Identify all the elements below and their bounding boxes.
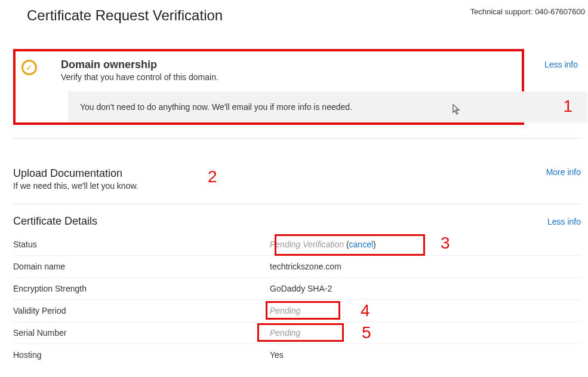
annotation-5: 5 [362, 323, 371, 342]
annotation-2: 2 [208, 167, 217, 186]
domain-note-text: You don't need to do anything now. We'll… [80, 102, 352, 112]
upload-toggle-link[interactable]: More info [546, 167, 581, 177]
certificate-details-title: Certificate Details [13, 215, 97, 228]
detail-row-validity: Validity Period Pending 4 [13, 300, 581, 322]
encryption-label: Encryption Strength [13, 284, 270, 293]
page-title: Certificate Request Verification [27, 7, 223, 24]
annotation-box-4 [266, 301, 340, 320]
check-mark-icon: ✓ [26, 63, 33, 72]
status-label: Status [13, 240, 270, 249]
serial-label: Serial Number [13, 328, 270, 338]
domain-ownership-subtitle: Verify that you have control of this dom… [61, 72, 218, 82]
divider [13, 204, 582, 204]
annotation-3: 3 [441, 234, 450, 253]
domain-label: Domain name [13, 262, 270, 271]
domain-ownership-title: Domain ownership [61, 59, 218, 71]
upload-section: Upload Documentation If we need this, we… [13, 167, 588, 191]
domain-ownership-section: ✓ Domain ownership Verify that you have … [13, 49, 524, 125]
annotation-1: 1 [563, 97, 572, 116]
divider [13, 138, 582, 139]
detail-row-hosting: Hosting Yes [13, 344, 581, 366]
detail-row-status: Status Pending Verification (cancel) 3 [13, 234, 581, 256]
domain-toggle-link[interactable]: Less info [544, 60, 578, 69]
annotation-4: 4 [361, 301, 370, 320]
annotation-box-3 [275, 234, 425, 256]
detail-row-serial: Serial Number Pending 5 [13, 322, 581, 344]
upload-subtitle: If we need this, we'll let you know. [13, 181, 138, 191]
domain-note-banner: You don't need to do anything now. We'll… [68, 91, 587, 122]
upload-title: Upload Documentation [13, 167, 138, 180]
details-toggle-link[interactable]: Less info [547, 217, 581, 226]
detail-row-encryption: Encryption Strength GoDaddy SHA-2 [13, 278, 581, 300]
encryption-value: GoDaddy SHA-2 [270, 284, 332, 293]
domain-value: techtrickszone.com [270, 262, 341, 271]
hosting-value: Yes [270, 350, 284, 360]
annotation-box-5 [257, 323, 344, 342]
validity-label: Validity Period [13, 306, 270, 315]
support-text: Technical support: 040-67607600 [470, 7, 585, 16]
hosting-label: Hosting [13, 350, 270, 360]
cursor-icon [452, 103, 461, 118]
certificate-details-section: Certificate Details Less info Status Pen… [13, 215, 588, 366]
detail-row-domain: Domain name techtrickszone.com [13, 256, 581, 278]
check-circle-icon: ✓ [21, 60, 37, 75]
